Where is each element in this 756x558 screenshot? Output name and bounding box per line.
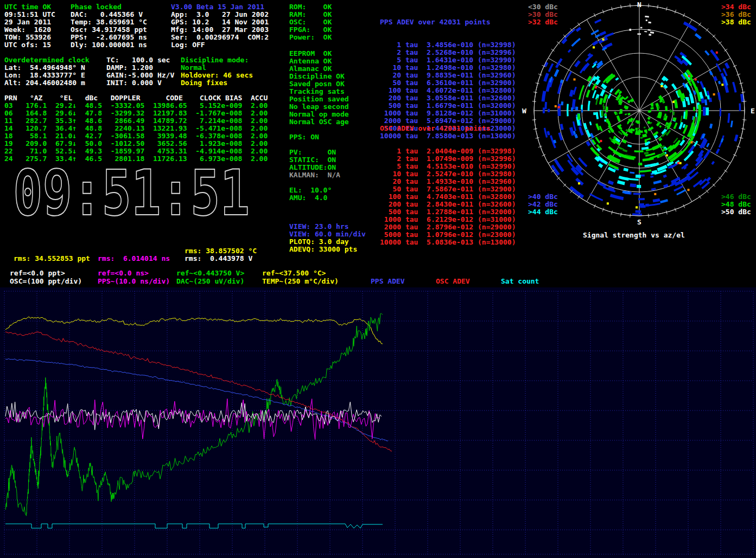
status-line: V3.00 Beta 15 Jan 2011 xyxy=(171,3,269,11)
temp-scale-line: TEMP~(250 m°C/div) xyxy=(262,278,339,285)
status-line: Doing fixes xyxy=(181,79,253,87)
hardware-status-block: ROM: OKRAM: OKOSC: OKFPGA: OKPower: OK xyxy=(289,3,332,41)
pps-adev-title: PPS ADEV over 42031 points xyxy=(380,18,516,26)
adev-row: 5 tau 4.5153e-010 (n=32990) xyxy=(380,163,516,170)
status-line: Antenna OK xyxy=(289,57,349,65)
status-line: VIEW: 60.0 min/div xyxy=(289,230,366,238)
loop-params-block: TC: 100.0 secDAMP: 1.200GAIN:-5.000 Hz/V… xyxy=(106,56,174,87)
satellite-row: 06 164.8 29.6↓ 47.8 -3299.32 12197.83 -1… xyxy=(4,110,268,117)
polar-plot-caption: Signal strength vs az/el xyxy=(583,232,685,239)
status-line: ADEVQ: 33000 pts xyxy=(289,246,366,253)
status-line: RAM: OK xyxy=(289,11,332,18)
status-line: GPS: 10.2 14 Nov 2001 xyxy=(171,18,269,26)
adev-row: 50 tau 6.3610e-011 (n=32900) xyxy=(380,79,516,87)
status-line: Position saved xyxy=(289,95,349,103)
adev-row: 20 tau 9.8835e-011 (n=32960) xyxy=(380,72,516,79)
status-line: 09:51:51 UTC xyxy=(4,11,55,18)
status-line: Lon: 18.4333777° E xyxy=(4,72,90,79)
elevation-mask-block: EL: 10.0°AMU: 4.0 xyxy=(289,187,332,202)
compass-north-label: N xyxy=(637,1,641,9)
adev-row: 200 tau 3.0558e-011 (n=32600) xyxy=(380,94,516,102)
status-line: VIEW: 23.0 hrs xyxy=(289,223,366,230)
status-line: Phase locked xyxy=(71,3,147,11)
gps-monitor-screen: UTC time OK09:51:51 UTC29 Jan 2011Week: … xyxy=(0,0,756,558)
view-settings-block: VIEW: 23.0 hrsVIEW: 60.0 min/divPLOTQ: 3… xyxy=(289,223,366,253)
status-line: AMU: 4.0 xyxy=(289,194,332,202)
adev-row: 5000 tau 1.0796e-012 (n=23000) xyxy=(380,231,516,239)
status-line: Alt: 204.46002480 m xyxy=(4,79,90,87)
plot-legend-osc-adev: OSC ADEV xyxy=(436,278,470,285)
status-line: PV: ON xyxy=(289,149,340,156)
compass-east-label: E xyxy=(751,107,755,115)
status-line: INIT: 0.000 V xyxy=(106,79,174,87)
status-line: ALTITUDE:ON xyxy=(289,164,340,171)
status-line: DAMP: 1.200 xyxy=(106,64,174,72)
adev-row: 2 tau 2.5268e-010 (n=32996) xyxy=(380,49,516,56)
status-line: KALMAN: N/A xyxy=(289,171,340,179)
satellite-row: 18 58.1 21.0↓ 42.7 -3061.58 3939.48 -6.3… xyxy=(4,132,268,140)
position-block: Overdetermined clockLat: 54.4964948° NLo… xyxy=(4,56,90,87)
satellite-row: 19 209.0 67.9↓ 50.0 -1012.50 3652.56 1.9… xyxy=(4,140,268,147)
pps-status: PPS: ON xyxy=(289,133,319,141)
status-line: Power: OK xyxy=(289,34,332,41)
status-line: No leap second xyxy=(289,103,349,111)
adev-row: 50 tau 7.5867e-011 (n=32900) xyxy=(380,185,516,193)
plot-legend-sat-count: Sat count xyxy=(501,278,539,285)
osc-adev-table: OSC ADEV over 42031 points 1 tau 2.0404e… xyxy=(380,110,516,261)
status-line: FPGA: OK xyxy=(289,26,332,34)
status-line: Normal xyxy=(181,64,253,72)
adev-row: 10000 tau 5.0836e-013 (n=13000) xyxy=(380,239,516,246)
satellite-row: PRN °AZ °EL dBc DOPPLER CODE CLOCK BIAS … xyxy=(4,94,268,102)
clock-time-text: 09:51:51 xyxy=(13,163,250,222)
receiver-status-block: EEPROM OKAntenna OKAlmanac OKDiscipline … xyxy=(289,50,349,126)
satellite-table: PRN °AZ °EL dBc DOPPLER CODE CLOCK BIAS … xyxy=(4,94,268,163)
osc-scale-line: OSC=(100 ppt/div) xyxy=(10,278,82,285)
digital-clock: 09:51:51 xyxy=(10,163,259,222)
satellite-row: 03 176.1 29.2↓ 48.5 -3332.05 13986.65 5.… xyxy=(4,102,268,110)
adev-row: 200 tau 2.8430e-011 (n=32600) xyxy=(380,201,516,208)
dac-scale-line: DAC~(250 uV/div) xyxy=(176,278,244,285)
status-line: OSC: OK xyxy=(289,18,332,26)
status-line: UTC time OK xyxy=(4,3,55,11)
rms-pps-readout: rms: 6.014014 ns xyxy=(98,255,170,262)
status-line: Temp: 38.659691 °C xyxy=(71,18,147,26)
status-line: UTC ofs: 15 xyxy=(4,41,55,49)
status-line: PPS↑ -2.607695 ns xyxy=(71,34,147,41)
satellite-row: 24 275.7 33.4↑ 46.5 2801.18 11726.13 6.9… xyxy=(4,155,268,163)
status-line: App: 3.0 27 Jun 2002 xyxy=(171,11,269,18)
adev-row: 20 tau 1.4933e-010 (n=32960) xyxy=(380,178,516,185)
pps-scale-line: PPS~(10.0 ns/div) xyxy=(98,278,170,285)
status-line: Dly: 100.000001 ns xyxy=(71,41,147,49)
temp-ref-line: ref~<37.500 °C> xyxy=(262,270,326,277)
utc-time-block: UTC time OK09:51:51 UTC29 Jan 2011Week: … xyxy=(4,3,55,49)
version-block: V3.00 Beta 15 Jan 2011App: 3.0 27 Jun 20… xyxy=(171,3,269,49)
adev-row: 10 tau 1.2498e-010 (n=32980) xyxy=(380,64,516,72)
status-line: EEPROM OK xyxy=(289,50,349,57)
status-line: 29 Jan 2011 xyxy=(4,18,55,26)
discipline-mode-block: Discipline mode:NormalHoldover: 46 secsD… xyxy=(181,56,253,87)
status-line: Discipline mode: xyxy=(181,56,253,64)
adev-row: 1000 tau 6.2129e-012 (n=31000) xyxy=(380,216,516,223)
status-line: GAIN:-5.000 Hz/V xyxy=(106,72,174,79)
adev-row: 500 tau 1.2788e-011 (n=32000) xyxy=(380,208,516,216)
adev-row: 100 tau 4.7403e-011 (n=32800) xyxy=(380,193,516,201)
rms-osc-readout: rms: 34.552853 ppt xyxy=(14,255,90,262)
phase-lock-block: Phase lockedDAC: 0.445366 VTemp: 38.6596… xyxy=(71,3,147,49)
adev-row: 2000 tau 2.8796e-012 (n=29000) xyxy=(380,223,516,231)
rms-temp-readout: rms: 38.857502 °C xyxy=(185,247,257,255)
status-line: Tracking sats xyxy=(289,88,349,95)
satellite-row: 22 71.0 52.5↓ 49.3 -1859.97 4753.31 -4.9… xyxy=(4,147,268,155)
status-line: DAC: 0.445366 V xyxy=(71,11,147,18)
osc-adev-rows: 1 tau 2.0404e-009 (n=32998) 2 tau 1.0749… xyxy=(380,147,516,246)
fix-mode-block: PV: ONSTATIC: ONALTITUDE:ONKALMAN: N/A xyxy=(289,149,340,179)
status-line: ROM: OK xyxy=(289,3,332,11)
satellite-row: 11 282.7 35.3↑ 48.6 2866.49 14789.72 7.2… xyxy=(4,117,268,125)
adev-row: 10 tau 2.5247e-010 (n=32980) xyxy=(380,170,516,178)
osc-adev-title: OSC ADEV over 42031 points xyxy=(380,125,516,132)
status-line: Ser: 0.00296974 COM:2 xyxy=(171,34,269,41)
compass-south-label: S xyxy=(637,218,641,226)
status-line: TC: 100.0 sec xyxy=(106,56,174,64)
osc-ref-line: ref=<0.0 ppt> xyxy=(10,270,65,277)
adev-row: 100 tau 4.6072e-011 (n=32800) xyxy=(380,87,516,94)
status-line: Overdetermined clock xyxy=(4,56,90,64)
